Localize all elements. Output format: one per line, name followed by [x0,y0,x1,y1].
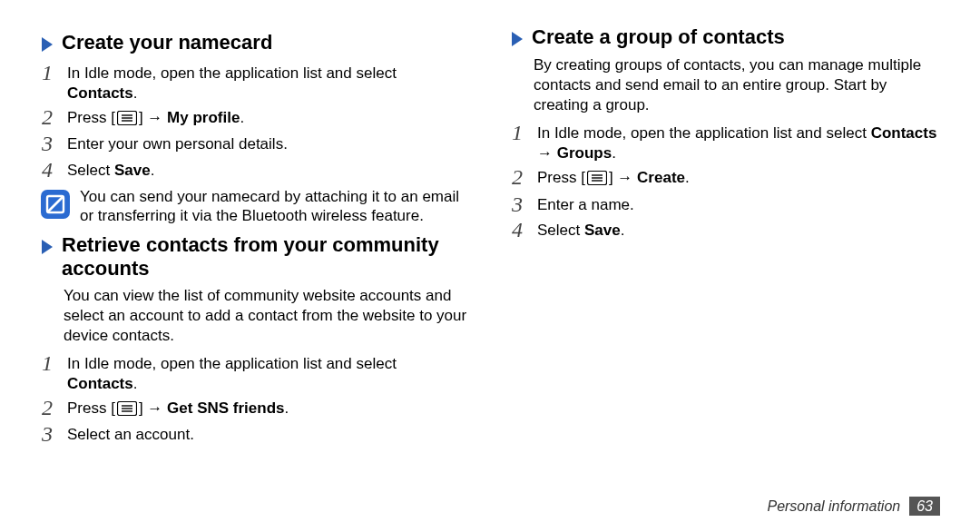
menu-key-icon [587,171,607,191]
step-body: Press [] → Get SNS friends. [67,396,470,421]
step-body: Select an account. [67,422,470,445]
note-icon [40,189,71,220]
chevron-icon [510,30,526,50]
step-body: Press [] → My profile. [67,105,470,131]
step-body: Enter a name. [537,192,940,215]
note-text: You can send your namecard by attaching … [80,187,470,226]
steps-namecard: 1 In Idle mode, open the application lis… [40,61,470,182]
step: 3 Select an account. [40,422,470,446]
step-number: 1 [40,351,67,375]
footer-page-number: 63 [909,497,940,516]
step-body: Press [] → Create. [537,165,940,191]
section-heading-retrieve: Retrieve contacts from your community ac… [40,233,470,281]
section-heading-namecard: Create your namecard [40,31,470,55]
step-number: 1 [40,61,67,84]
steps-retrieve: 1 In Idle mode, open the application lis… [40,351,470,447]
step: 1 In Idle mode, open the application lis… [510,121,940,163]
svg-marker-8 [42,240,53,254]
step-body: In Idle mode, open the application list … [67,61,470,103]
step-body: Enter your own personal details. [67,132,470,154]
heading-title: Create your namecard [62,31,272,54]
menu-key-icon [117,111,137,131]
step-number: 4 [40,158,67,182]
note-box: You can send your namecard by attaching … [40,187,470,226]
chevron-icon [40,238,56,258]
intro-text: By creating groups of contacts, you can … [534,55,940,115]
step-body: Select Save. [67,158,470,181]
step: 2 Press [] → Create. [510,165,940,191]
step-number: 4 [510,218,537,241]
step-number: 2 [40,105,67,129]
step: 1 In Idle mode, open the application lis… [40,61,470,103]
menu-key-icon [117,401,137,421]
step-body: In Idle mode, open the application list … [67,351,470,394]
chevron-icon [40,35,56,55]
step: 2 Press [] → My profile. [40,105,470,131]
step: 1 In Idle mode, open the application lis… [40,351,470,394]
step-number: 3 [40,422,67,446]
step-body: In Idle mode, open the application list … [537,121,940,163]
step: 4 Select Save. [510,218,940,241]
heading-title: Retrieve contacts from your community ac… [62,233,470,281]
step: 4 Select Save. [40,158,470,182]
step: 3 Enter your own personal details. [40,132,470,155]
step-number: 1 [510,121,537,144]
step-number: 2 [40,396,67,419]
footer-section: Personal information [767,498,900,515]
svg-marker-13 [512,32,523,46]
intro-text: You can view the list of community websi… [64,286,470,346]
heading-title: Create a group of contacts [532,25,785,49]
step-number: 3 [40,132,67,155]
step: 2 Press [] → Get SNS friends. [40,396,470,421]
step-body: Select Save. [537,218,940,241]
step-number: 2 [510,165,537,189]
svg-marker-0 [42,37,53,52]
section-heading-group: Create a group of contacts [510,25,940,50]
step: 3 Enter a name. [510,192,940,216]
steps-group: 1 In Idle mode, open the application lis… [510,121,940,241]
page-content: Create your namecard 1 In Idle mode, ope… [0,0,980,490]
page-footer: Personal information 63 [767,497,940,516]
step-number: 3 [510,192,537,216]
